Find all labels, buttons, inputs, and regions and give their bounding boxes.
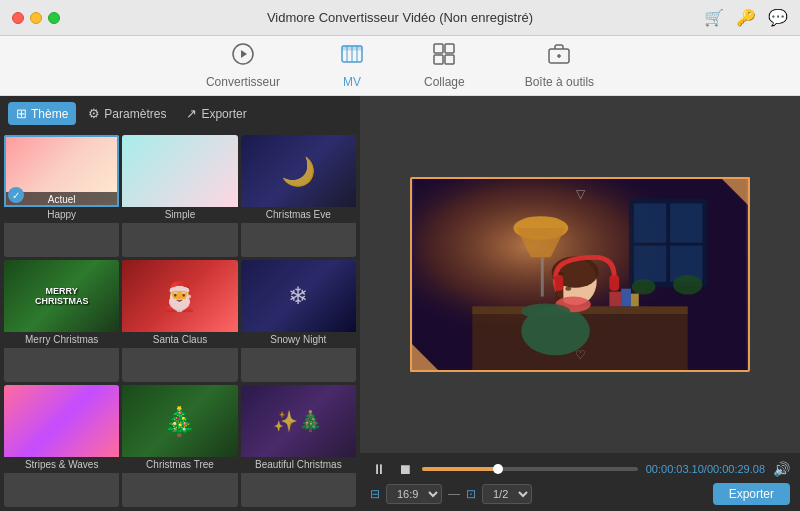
right-panel: ▽ ♡ ⏸ ⏹ 00:00:03.10/00:00:29.08 🔊 ⊟ [360,96,800,511]
theme-label-simple: Simple [122,207,237,223]
playback-controls: ⏸ ⏹ 00:00:03.10/00:00:29.08 🔊 [370,459,790,479]
theme-grid: Actuel ✓ Happy Simple 🌙 Christmas Eve [0,131,360,511]
selected-check: ✓ [8,187,24,203]
svg-rect-10 [445,55,454,64]
svg-rect-36 [609,275,619,291]
svg-point-37 [565,287,571,291]
left-panel: ⊞ Thème ⚙ Paramètres ↗ Exporter Actuel ✓… [0,96,360,511]
svg-point-39 [521,303,570,319]
user-icon[interactable]: 🔑 [736,8,756,27]
theme-item-simple[interactable]: Simple [122,135,237,257]
traffic-lights [12,12,60,24]
maximize-button[interactable] [48,12,60,24]
nav-boite-outils-label: Boîte à outils [525,75,594,89]
nav-collage-label: Collage [424,75,465,89]
svg-rect-8 [445,44,454,53]
theme-label-merry-christmas: Merry Christmas [4,332,119,348]
theme-tab-icon: ⊞ [16,106,27,121]
exporter-tab-icon: ↗ [186,106,197,121]
theme-item-beautiful-christmas[interactable]: ✨🎄 Beautiful Christmas [241,385,356,507]
theme-label-happy: Happy [4,207,119,223]
svg-rect-20 [634,203,666,242]
pause-button[interactable]: ⏸ [370,459,388,479]
svg-point-24 [632,279,656,295]
theme-item-santa-claus[interactable]: 🎅 Santa Claus [122,260,237,382]
export-button[interactable]: Exporter [713,483,790,505]
convertisseur-icon [231,42,255,72]
theme-thumb-stripes-waves [4,385,119,457]
parametres-tab-icon: ⚙ [88,106,100,121]
close-button[interactable] [12,12,24,24]
theme-label-christmas-tree: Christmas Tree [122,457,237,473]
nav-convertisseur[interactable]: Convertisseur [196,38,290,93]
svg-rect-21 [670,203,702,242]
video-frame-inner [412,179,748,370]
nav-mv[interactable]: MV [330,38,374,93]
svg-rect-35 [554,275,564,291]
ratio-controls: ⊟ 16:9 — ⊡ 1/2 [370,484,532,504]
tab-exporter[interactable]: ↗ Exporter [178,102,254,125]
app-title: Vidmore Convertisseur Vidéo (Non enregis… [267,10,533,25]
theme-thumb-beautiful-christmas: ✨🎄 [241,385,356,457]
theme-item-snowy-night[interactable]: ❄ Snowy Night [241,260,356,382]
titlebar-actions: 🛒 🔑 💬 [704,8,788,27]
main-content: ⊞ Thème ⚙ Paramètres ↗ Exporter Actuel ✓… [0,96,800,511]
video-controls: ⏸ ⏹ 00:00:03.10/00:00:29.08 🔊 ⊟ 16:9 — ⊡ [360,453,800,511]
theme-item-christmas-tree[interactable]: 🎄 Christmas Tree [122,385,237,507]
svg-rect-18 [541,257,544,296]
theme-thumb-christmas-eve: 🌙 [241,135,356,207]
tab-theme[interactable]: ⊞ Thème [8,102,76,125]
svg-rect-30 [631,294,639,307]
tab-exporter-label: Exporter [201,107,246,121]
collage-icon [432,42,456,72]
nav-collage[interactable]: Collage [414,38,475,93]
svg-rect-28 [609,292,621,307]
volume-icon[interactable]: 🔊 [773,461,790,477]
theme-label-snowy-night: Snowy Night [241,332,356,348]
progress-fill [422,467,498,471]
top-navigation: Convertisseur MV Collage [0,36,800,96]
heart-icon: ▽ [576,187,585,201]
svg-rect-7 [434,44,443,53]
video-preview: ▽ ♡ [360,96,800,453]
aspect-ratio-icon: ⊟ [370,487,380,501]
boite-outils-icon [547,42,571,72]
theme-label-christmas-eve: Christmas Eve [241,207,356,223]
time-display: 00:00:03.10/00:00:29.08 [646,463,765,475]
theme-item-happy[interactable]: Actuel ✓ Happy [4,135,119,257]
cart-icon[interactable]: 🛒 [704,8,724,27]
theme-item-christmas-eve[interactable]: 🌙 Christmas Eve [241,135,356,257]
theme-thumb-christmas-tree: 🎄 [122,385,237,457]
panel-tabs: ⊞ Thème ⚙ Paramètres ↗ Exporter [0,96,360,131]
theme-thumb-snowy-night: ❄ [241,260,356,332]
progress-thumb [493,464,503,474]
ratio-select[interactable]: 16:9 [386,484,442,504]
theme-thumb-santa-claus: 🎅 [122,260,237,332]
separator-icon: — [448,487,460,501]
svg-rect-9 [434,55,443,64]
progress-bar[interactable] [422,467,638,471]
theme-thumb-happy: Actuel ✓ [4,135,119,207]
svg-point-25 [673,275,702,295]
speed-select[interactable]: 1/2 [482,484,532,504]
nav-mv-label: MV [343,75,361,89]
titlebar: Vidmore Convertisseur Vidéo (Non enregis… [0,0,800,36]
video-frame: ▽ ♡ [410,177,750,372]
theme-label-beautiful-christmas: Beautiful Christmas [241,457,356,473]
svg-marker-1 [241,50,247,58]
svg-rect-22 [634,246,666,282]
theme-thumb-simple [122,135,237,207]
speed-icon: ⊡ [466,487,476,501]
tab-parametres-label: Paramètres [104,107,166,121]
theme-item-merry-christmas[interactable]: MERRYCHRISTMAS Merry Christmas [4,260,119,382]
tab-parametres[interactable]: ⚙ Paramètres [80,102,174,125]
svg-rect-29 [621,289,631,307]
message-icon[interactable]: 💬 [768,8,788,27]
nav-convertisseur-label: Convertisseur [206,75,280,89]
theme-item-stripes-waves[interactable]: Stripes & Waves [4,385,119,507]
tab-theme-label: Thème [31,107,68,121]
theme-thumb-merry-christmas: MERRYCHRISTMAS [4,260,119,332]
minimize-button[interactable] [30,12,42,24]
stop-button[interactable]: ⏹ [396,459,414,479]
nav-boite-outils[interactable]: Boîte à outils [515,38,604,93]
